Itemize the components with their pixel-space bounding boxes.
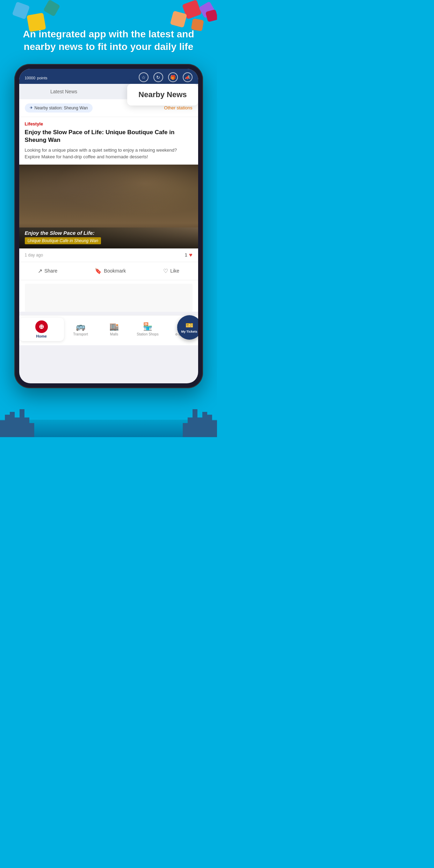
star-icon[interactable]: ☆: [139, 72, 149, 82]
points-value: 10000: [25, 76, 36, 80]
article-category: Lifestyle: [25, 121, 193, 126]
content-area: Nearby station: Sheung Wan Other station…: [19, 99, 198, 312]
megaphone-icon[interactable]: 📣: [183, 72, 193, 82]
article-title: Enjoy the Slow Pace of Life: Unique Bout…: [25, 129, 193, 144]
next-card-preview: [25, 284, 193, 312]
hero-text: An integrated app with the latest and ne…: [0, 0, 217, 64]
article-image-overlay: Enjoy the Slow Pace of Life: Unique Bout…: [19, 223, 198, 248]
refresh-icon[interactable]: ↻: [153, 72, 163, 82]
home-icon: ⊕: [35, 320, 48, 333]
article-description: Looking for a unique place with a quiet …: [25, 147, 193, 160]
tickets-icon: 🎫: [186, 321, 193, 329]
article-image: Enjoy the Slow Pace of Life: Unique Bout…: [19, 165, 198, 248]
action-buttons: ↗ Share 🔖 Bookmark ♡ Like: [19, 262, 198, 280]
phone-screen: 10000 points ☆ ↻ 🎁 📣 Latest News Nearby …: [19, 69, 198, 383]
header-icons-group: ☆ ↻ 🎁 📣: [139, 72, 193, 82]
article-time: 1 day ago: [25, 253, 43, 258]
bookmark-button[interactable]: 🔖 Bookmark: [91, 266, 130, 276]
like-button[interactable]: ♡ Like: [159, 266, 183, 276]
like-count: 1 ♥: [185, 252, 193, 258]
share-icon: ↗: [38, 268, 42, 274]
nav-label-home: Home: [36, 334, 47, 338]
app-header: 10000 points ☆ ↻ 🎁 📣: [19, 69, 198, 84]
like-icon: ♡: [163, 268, 168, 274]
bottom-navigation: ⊕ Home 🚌 Transport 🏬 Malls 🏪 Station Sho…: [19, 315, 198, 345]
location-badge[interactable]: Nearby station: Sheung Wan: [25, 103, 93, 113]
transport-icon: 🚌: [76, 322, 85, 331]
points-display: 10000 points: [25, 71, 48, 84]
nav-item-malls[interactable]: 🏬 Malls: [97, 322, 131, 336]
points-label: points: [37, 76, 47, 80]
phone-mockup: 10000 points ☆ ↻ 🎁 📣 Latest News Nearby …: [0, 64, 217, 388]
article-footer: 1 day ago 1 ♥: [19, 248, 198, 262]
skyline-decoration: [0, 395, 217, 437]
tab-latest-news[interactable]: Latest News: [19, 84, 109, 99]
other-stations-link[interactable]: Other stations: [164, 105, 193, 110]
gift-icon[interactable]: 🎁: [168, 72, 178, 82]
cafe-image-decoration: [19, 165, 198, 227]
image-title-main: Enjoy the Slow Pace of Life:: [25, 230, 193, 236]
nav-label-station-shops: Station Shops: [137, 332, 158, 336]
bookmark-icon: 🔖: [95, 268, 102, 274]
image-title-sub: Unique Boutique Cafe in Sheung Wan: [25, 237, 101, 244]
heart-icon: ♥: [189, 252, 193, 258]
station-shops-icon: 🏪: [143, 322, 152, 331]
nav-label-transport: Transport: [73, 332, 88, 336]
article-content: Lifestyle Enjoy the Slow Pace of Life: U…: [19, 117, 198, 165]
malls-icon: 🏬: [109, 322, 119, 331]
phone-frame: 10000 points ☆ ↻ 🎁 📣 Latest News Nearby …: [14, 64, 203, 388]
tabs-row: Latest News Nearby News Nearby News: [19, 84, 198, 99]
nav-item-transport[interactable]: 🚌 Transport: [64, 322, 97, 336]
nav-item-estore[interactable]: 🛒 e-Store 🎫 My Tickets: [165, 322, 198, 336]
my-tickets-label: My Tickets: [181, 330, 197, 333]
nearby-news-popup: Nearby News: [127, 84, 198, 106]
share-button[interactable]: ↗ Share: [34, 266, 62, 276]
nav-item-home[interactable]: ⊕ Home: [19, 318, 64, 341]
nav-item-station-shops[interactable]: 🏪 Station Shops: [131, 322, 165, 336]
nav-label-malls: Malls: [110, 332, 118, 336]
